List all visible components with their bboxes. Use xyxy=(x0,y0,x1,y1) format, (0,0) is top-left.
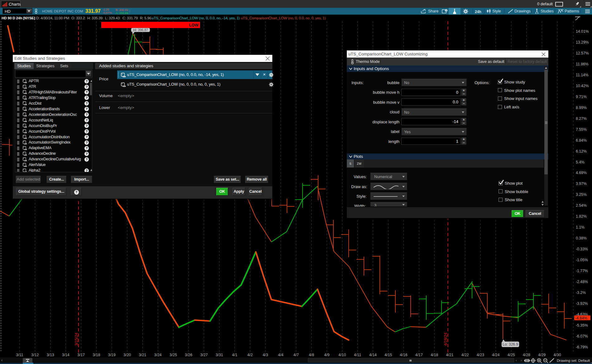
svg-text:3/26: 3/26 xyxy=(185,353,192,357)
svg-text:4/10: 4/10 xyxy=(338,353,346,357)
svg-text:4/2: 4/2 xyxy=(247,353,253,357)
svg-text:4/25: 4/25 xyxy=(508,353,515,357)
svg-text:3/11: 3/11 xyxy=(16,353,23,357)
svg-text:10.42%: 10.42% xyxy=(576,84,589,88)
svg-text:-3.2%: -3.2% xyxy=(576,291,586,295)
svg-text:3/20: 3/20 xyxy=(123,353,131,357)
svg-text:-1.77%: -1.77% xyxy=(576,269,588,273)
svg-text:3/13: 3/13 xyxy=(47,353,54,357)
svg-text:4/30: 4/30 xyxy=(554,353,561,357)
svg-text:3/19: 3/19 xyxy=(108,353,116,357)
svg-text:4/19/24: 4/19/24 xyxy=(443,333,448,346)
svg-text:3.97%: 3.97% xyxy=(576,182,587,186)
svg-text:3/12: 3/12 xyxy=(31,353,39,357)
svg-text:9.71%: 9.71% xyxy=(576,95,587,99)
svg-text:Hi: 396.87: Hi: 396.87 xyxy=(133,28,148,32)
svg-text:1.1%: 1.1% xyxy=(576,225,585,229)
svg-text:4/24: 4/24 xyxy=(492,353,499,357)
svg-text:4/4: 4/4 xyxy=(278,353,284,357)
svg-text:0.38%: 0.38% xyxy=(576,236,587,240)
svg-text:4/9: 4/9 xyxy=(324,353,329,357)
svg-text:12.57%: 12.57% xyxy=(576,51,589,55)
svg-text:6.84%: 6.84% xyxy=(576,138,587,143)
svg-text:LOW: LOW xyxy=(189,23,199,27)
svg-text:-6.07%: -6.07% xyxy=(576,334,588,338)
svg-text:4/16: 4/16 xyxy=(400,353,408,357)
svg-text:13.29%: 13.29% xyxy=(576,40,589,45)
svg-text:3/14: 3/14 xyxy=(62,353,69,357)
svg-text:1.82%: 1.82% xyxy=(576,214,587,219)
svg-text:4/14: 4/14 xyxy=(369,353,377,357)
svg-text:4/21: 4/21 xyxy=(446,353,453,357)
svg-text:-4.84%: -4.84% xyxy=(575,316,587,320)
svg-text:3.25%: 3.25% xyxy=(576,192,587,197)
svg-text:3/18: 3/18 xyxy=(93,353,100,357)
svg-text:2.54%: 2.54% xyxy=(576,203,587,208)
svg-text:4.69%: 4.69% xyxy=(576,171,587,175)
svg-text:3/27: 3/27 xyxy=(200,353,208,357)
svg-text:4/11: 4/11 xyxy=(354,353,361,357)
svg-text:4/17: 4/17 xyxy=(415,353,423,357)
svg-text:14.01%: 14.01% xyxy=(576,29,589,34)
svg-text:6.12%: 6.12% xyxy=(576,149,587,154)
svg-text:3/17: 3/17 xyxy=(77,353,85,357)
svg-text:7.55%: 7.55% xyxy=(576,127,587,132)
svg-text:-3.92%: -3.92% xyxy=(576,301,588,306)
svg-text:-0.33%: -0.33% xyxy=(576,247,588,251)
svg-text:4/18: 4/18 xyxy=(431,353,438,357)
svg-text:4/28: 4/28 xyxy=(523,353,530,357)
svg-text:4/7: 4/7 xyxy=(294,353,299,357)
svg-text:-2.48%: -2.48% xyxy=(576,280,588,284)
svg-text:8.99%: 8.99% xyxy=(576,106,587,110)
svg-text:3/31: 3/31 xyxy=(216,353,223,357)
svg-text:11.14%: 11.14% xyxy=(576,73,589,77)
svg-text:-6.79%: -6.79% xyxy=(576,345,588,349)
svg-text:3/25: 3/25 xyxy=(169,353,177,357)
svg-text:4/23: 4/23 xyxy=(477,353,484,357)
svg-text:4/29: 4/29 xyxy=(538,353,546,357)
svg-text:4/8: 4/8 xyxy=(309,353,314,357)
svg-text:Lo: 326.9: Lo: 326.9 xyxy=(503,342,518,347)
svg-text:3/24: 3/24 xyxy=(154,353,162,357)
svg-text:5.4%: 5.4% xyxy=(576,160,585,164)
svg-text:8.27%: 8.27% xyxy=(576,116,587,121)
svg-text:11.86%: 11.86% xyxy=(576,62,589,66)
svg-text:!: ! xyxy=(446,9,447,12)
svg-text:3/21: 3/21 xyxy=(139,353,146,357)
svg-text:4/3: 4/3 xyxy=(263,353,268,357)
svg-text:-1.05%: -1.05% xyxy=(576,258,588,262)
svg-text:4/1: 4/1 xyxy=(232,353,237,357)
svg-text:4/22: 4/22 xyxy=(461,353,469,357)
svg-text:-5.35%: -5.35% xyxy=(576,323,588,328)
svg-text:4/15: 4/15 xyxy=(384,353,392,357)
svg-text:3/15/24: 3/15/24 xyxy=(74,333,79,346)
